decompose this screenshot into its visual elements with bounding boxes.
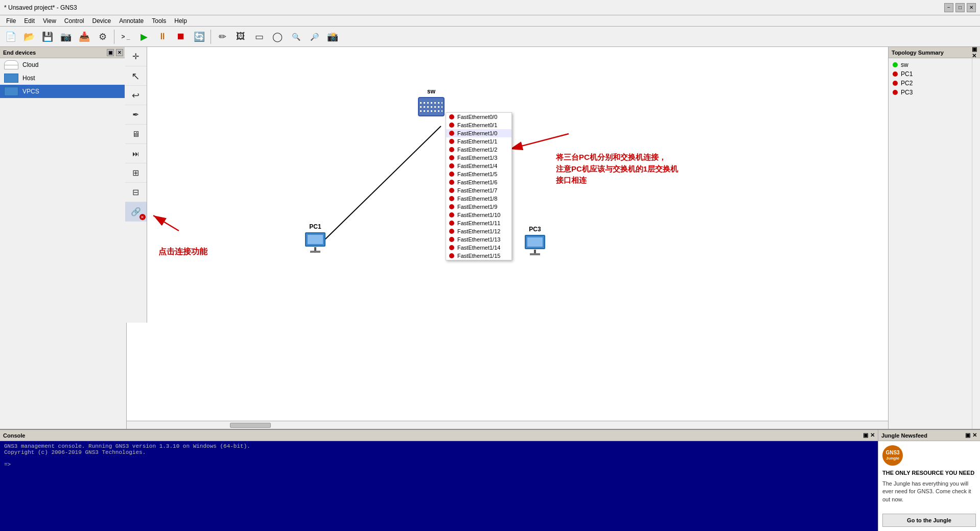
console-close-button[interactable]: ✕ <box>870 432 875 439</box>
pc2-topo-label: PC2 <box>901 80 913 87</box>
port-label: FastEthernet1/0 <box>457 130 497 136</box>
titlebar: * Unsaved project* - GNS3 − □ ✕ <box>0 0 980 15</box>
svg-line-2 <box>510 134 569 149</box>
annotate-button[interactable]: ✏ <box>214 29 231 45</box>
port-item-fastethernet1-10[interactable]: FastEthernet1/10 <box>446 211 511 219</box>
draw-link-button[interactable]: ✒ <box>125 105 147 125</box>
image-button[interactable]: 🖼 <box>232 29 249 45</box>
console-line-1: GNS3 management console. Running GNS3 ve… <box>4 443 874 449</box>
device-item-cloud[interactable]: Cloud <box>0 58 126 71</box>
zoom-out-button[interactable]: 🔎 <box>306 29 323 45</box>
connect-active-button[interactable]: 🔗 ✕ <box>125 202 147 222</box>
maximize-button[interactable]: □ <box>955 3 965 12</box>
ungroup-button[interactable]: ⊟ <box>125 183 147 202</box>
go-to-jungle-button[interactable]: Go to the Jungle <box>882 514 976 527</box>
pc3-icon <box>523 235 547 255</box>
pc1-device[interactable]: PC1 <box>303 223 328 253</box>
screenshot-button[interactable]: 📸 <box>324 29 341 45</box>
topo-scrollbar[interactable] <box>972 58 980 429</box>
port-item-fastethernet1-3[interactable]: FastEthernet1/3 <box>446 154 511 162</box>
menu-item-view[interactable]: View <box>39 16 60 26</box>
ellipse-button[interactable]: ◯ <box>269 29 286 45</box>
port-item-fastethernet1-6[interactable]: FastEthernet1/6 <box>446 178 511 186</box>
panel-close-button[interactable]: ✕ <box>116 49 123 56</box>
port-item-fastethernet0-1[interactable]: FastEthernet0/1 <box>446 121 511 129</box>
minimize-button[interactable]: − <box>944 3 953 12</box>
forward-button[interactable]: ⏭ <box>125 144 147 163</box>
menu-item-file[interactable]: File <box>2 16 20 26</box>
device-item-vpcs[interactable]: VPCS <box>0 85 126 98</box>
group-button[interactable]: ⊞ <box>125 163 147 183</box>
port-item-fastethernet0-0[interactable]: FastEthernet0/0 <box>446 113 511 121</box>
start-all-button[interactable]: ▶ <box>135 29 153 45</box>
switch-device-sw[interactable]: sw <box>418 88 445 116</box>
panel-float-button[interactable]: ▣ <box>107 49 114 56</box>
import-button[interactable]: 📥 <box>76 29 93 45</box>
menu-item-control[interactable]: Control <box>60 16 88 26</box>
port-status-dot <box>449 204 454 209</box>
h-scroll-thumb[interactable] <box>230 423 271 428</box>
navigate-button[interactable]: ✛ <box>125 47 147 66</box>
port-item-fastethernet1-9[interactable]: FastEthernet1/9 <box>446 203 511 211</box>
port-item-fastethernet1-0[interactable]: FastEthernet1/0 <box>446 129 511 137</box>
port-item-fastethernet1-8[interactable]: FastEthernet1/8 <box>446 195 511 203</box>
pc3-device[interactable]: PC3 <box>523 226 547 255</box>
topo-float-button[interactable]: ▣ <box>972 46 977 53</box>
port-item-fastethernet1-1[interactable]: FastEthernet1/1 <box>446 137 511 146</box>
connect-mode-button[interactable]: ↩ <box>125 86 147 105</box>
port-item-fastethernet1-13[interactable]: FastEthernet1/13 <box>446 235 511 244</box>
topo-item-pc2[interactable]: PC2 <box>891 79 970 88</box>
port-item-fastethernet1-5[interactable]: FastEthernet1/5 <box>446 170 511 178</box>
port-item-fastethernet1-2[interactable]: FastEthernet1/2 <box>446 146 511 154</box>
monitor-button[interactable]: 🖥 <box>125 125 147 144</box>
pause-all-button[interactable]: ⏸ <box>154 29 171 45</box>
console-line-2: Copyright (c) 2006-2019 GNS3 Technologie… <box>4 449 874 455</box>
stop-all-button[interactable]: ⏹ <box>172 29 190 45</box>
zoom-in-button[interactable]: 🔍 <box>287 29 305 45</box>
topology-summary-panel: Topology Summary ▣ ✕ sw PC1 PC2 <box>888 47 980 429</box>
port-status-dot <box>449 229 454 234</box>
port-item-fastethernet1-15[interactable]: FastEthernet1/15 <box>446 252 511 260</box>
port-label: FastEthernet1/5 <box>457 171 497 177</box>
menu-item-device[interactable]: Device <box>88 16 115 26</box>
end-devices-panel: End devices ▣ ✕ Cloud Host VPCS <box>0 47 127 429</box>
menu-item-edit[interactable]: Edit <box>20 16 39 26</box>
port-item-fastethernet1-7[interactable]: FastEthernet1/7 <box>446 186 511 195</box>
console-float-button[interactable]: ▣ <box>863 432 868 439</box>
topo-item-sw[interactable]: sw <box>891 60 970 69</box>
preferences-button[interactable]: ⚙ <box>94 29 111 45</box>
save-button[interactable]: 💾 <box>39 29 56 45</box>
console-line-4: => <box>4 462 874 468</box>
pc1-label: PC1 <box>309 223 321 230</box>
reload-all-button[interactable]: 🔄 <box>191 29 208 45</box>
vertical-sidebar: ✛ ↖ ↩ ✒ 🖥 ⏭ ⊞ ⊟ 🔗 ✕ <box>125 47 147 323</box>
jungle-close-button[interactable]: ✕ <box>972 432 977 439</box>
console-header: Console ▣ ✕ <box>0 430 878 441</box>
close-button[interactable]: ✕ <box>967 3 976 12</box>
console-content[interactable]: GNS3 management console. Running GNS3 ve… <box>0 441 878 531</box>
snapshot-button[interactable]: 📷 <box>57 29 75 45</box>
port-label: FastEthernet1/1 <box>457 138 497 144</box>
jungle-float-button[interactable]: ▣ <box>965 432 970 439</box>
port-item-fastethernet1-4[interactable]: FastEthernet1/4 <box>446 162 511 170</box>
menu-item-help[interactable]: Help <box>170 16 191 26</box>
rect-button[interactable]: ▭ <box>250 29 268 45</box>
port-item-fastethernet1-12[interactable]: FastEthernet1/12 <box>446 227 511 235</box>
open-button[interactable]: 📂 <box>20 29 38 45</box>
topo-item-pc1[interactable]: PC1 <box>891 69 970 79</box>
select-button[interactable]: ↖ <box>125 66 147 86</box>
menu-item-tools[interactable]: Tools <box>148 16 170 26</box>
port-item-fastethernet1-14[interactable]: FastEthernet1/14 <box>446 244 511 252</box>
topo-item-pc3[interactable]: PC3 <box>891 88 970 97</box>
new-button[interactable]: 📄 <box>2 29 19 45</box>
device-item-host[interactable]: Host <box>0 71 126 85</box>
console-title: Console <box>3 432 25 439</box>
port-status-dot <box>449 180 454 185</box>
menu-item-annotate[interactable]: Annotate <box>115 16 148 26</box>
topology-summary-title: Topology Summary <box>892 50 944 56</box>
canvas-area[interactable]: sw PC1 PC3 <box>127 47 888 421</box>
pc2-status-dot <box>893 81 898 86</box>
terminal-button[interactable]: > _ <box>117 29 134 45</box>
port-item-fastethernet1-11[interactable]: FastEthernet1/11 <box>446 219 511 227</box>
canvas-scrollbar-horizontal[interactable] <box>127 421 888 429</box>
